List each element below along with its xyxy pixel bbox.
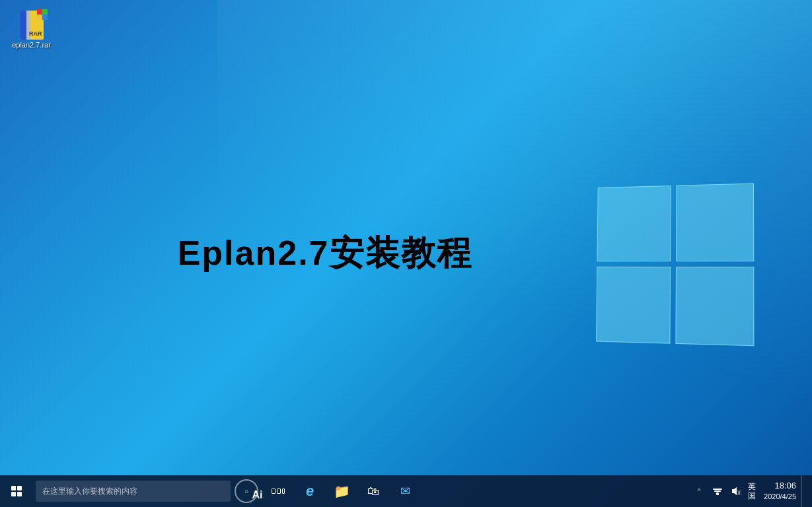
ai-button[interactable]: Ai bbox=[244, 483, 271, 507]
lang-label: 英 bbox=[748, 482, 756, 491]
start-pane-2 bbox=[17, 486, 22, 490]
volume-icon-button[interactable]: )))) bbox=[727, 475, 745, 507]
language-indicator[interactable]: 英 国 bbox=[745, 482, 758, 501]
rar-book-text: RAR bbox=[29, 30, 42, 37]
tv-rect-3 bbox=[282, 489, 285, 494]
system-tray: ^ )))) 英 国 bbox=[690, 475, 812, 507]
win-pane-tr bbox=[676, 184, 754, 261]
svg-text:)))): )))) bbox=[737, 490, 741, 495]
start-icon bbox=[11, 486, 22, 496]
desktop-icons-area: RAR eplan2.7.rar bbox=[7, 7, 56, 52]
windows-logo bbox=[594, 185, 759, 370]
edge-icon: e bbox=[306, 483, 314, 500]
tutorial-title: Eplan2.7安装教程 bbox=[178, 230, 472, 277]
start-button[interactable] bbox=[0, 475, 33, 507]
desktop: RAR eplan2.7.rar Eplan2.7安装教程 bbox=[0, 0, 812, 507]
start-pane-4 bbox=[17, 492, 22, 496]
win-pane-tl bbox=[597, 186, 671, 261]
svg-marker-3 bbox=[732, 487, 737, 495]
search-placeholder: 在这里输入你要搜索的内容 bbox=[42, 486, 137, 497]
clock-time: 18:06 bbox=[774, 481, 796, 492]
rar-icon-image: RAR bbox=[16, 9, 48, 41]
mail-button[interactable]: ✉ bbox=[389, 475, 421, 507]
store-button[interactable]: 🛍 bbox=[357, 475, 389, 507]
eplan-rar-label: eplan2.7.rar bbox=[12, 41, 51, 50]
store-icon: 🛍 bbox=[367, 485, 379, 498]
network-icon bbox=[712, 486, 723, 496]
tray-expand-button[interactable]: ^ bbox=[690, 475, 708, 507]
rar-green bbox=[42, 9, 48, 15]
svg-rect-2 bbox=[713, 489, 722, 490]
ai-label: Ai bbox=[252, 489, 263, 501]
taskbar: 在这里输入你要搜索的内容 ○ e 📁 🛍 bbox=[0, 475, 812, 507]
show-desktop-button[interactable] bbox=[801, 475, 807, 507]
rar-yellow bbox=[37, 15, 42, 20]
rar-blue bbox=[42, 15, 48, 20]
win-pane-bl bbox=[596, 267, 671, 344]
mail-icon: ✉ bbox=[400, 484, 410, 498]
svg-rect-1 bbox=[714, 490, 721, 492]
chevron-icon: ^ bbox=[697, 487, 700, 495]
search-bar[interactable]: 在这里输入你要搜索的内容 bbox=[36, 481, 231, 502]
file-explorer-icon: 📁 bbox=[334, 483, 350, 499]
input-indicator: 国 bbox=[748, 491, 756, 500]
tv-rect-2 bbox=[277, 489, 281, 494]
rar-red bbox=[37, 9, 42, 15]
start-pane-1 bbox=[11, 486, 16, 490]
tv-rect-1 bbox=[272, 489, 276, 494]
volume-icon: )))) bbox=[731, 486, 741, 496]
start-pane-3 bbox=[11, 492, 16, 496]
clock-date: 2020/4/25 bbox=[764, 492, 796, 501]
win-pane-br bbox=[675, 267, 754, 346]
file-explorer-button[interactable]: 📁 bbox=[326, 475, 357, 507]
rar-stripe-blue bbox=[20, 11, 26, 40]
network-icon-button[interactable] bbox=[708, 475, 727, 507]
clock[interactable]: 18:06 2020/4/25 bbox=[758, 481, 801, 501]
taskview-icon bbox=[272, 489, 285, 494]
eplan-rar-icon[interactable]: RAR eplan2.7.rar bbox=[7, 7, 56, 52]
edge-button[interactable]: e bbox=[294, 475, 326, 507]
svg-rect-0 bbox=[716, 492, 719, 495]
rar-corner-colors bbox=[37, 9, 48, 20]
